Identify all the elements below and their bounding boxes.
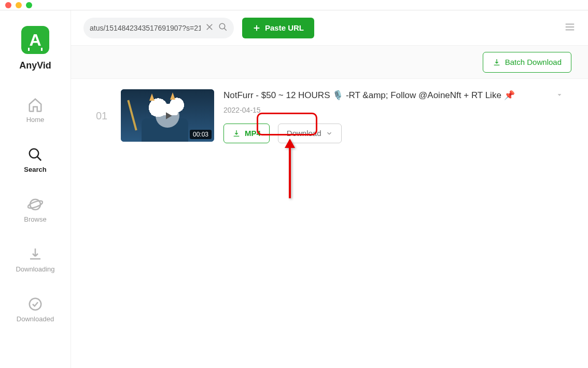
video-thumbnail[interactable]: 00:03 (121, 89, 214, 142)
subbar: Batch Download (71, 46, 588, 79)
svg-point-7 (219, 23, 225, 29)
svg-line-8 (224, 28, 227, 31)
check-circle-icon (27, 296, 43, 312)
play-icon (156, 104, 179, 128)
search-box (83, 18, 234, 38)
results-area: 01 00:03 NotFurr - $50 ~ 12 HOURS 🎙️ -RT… (71, 79, 588, 368)
sidebar-item-label: Browse (24, 215, 46, 223)
sidebar-item-browse[interactable]: Browse (24, 197, 46, 223)
clear-icon[interactable] (205, 22, 214, 34)
window-chrome (0, 0, 588, 10)
download-label: Download (287, 129, 321, 138)
close-window-button[interactable] (5, 2, 11, 8)
planet-icon (27, 197, 43, 212)
minimize-window-button[interactable] (16, 2, 22, 8)
search-input[interactable] (90, 24, 201, 32)
result-row: 01 00:03 NotFurr - $50 ~ 12 HOURS 🎙️ -RT… (96, 89, 563, 143)
sidebar-item-home[interactable]: Home (26, 97, 45, 124)
svg-point-0 (30, 149, 39, 158)
search-submit-icon[interactable] (218, 22, 228, 34)
download-dropdown-button[interactable]: Download (278, 124, 342, 143)
chevron-down-icon (326, 130, 333, 137)
collapse-toggle[interactable] (556, 91, 563, 101)
toolbar: Paste URL (71, 10, 588, 46)
batch-download-button[interactable]: Batch Download (483, 52, 571, 73)
paste-url-label: Paste URL (265, 23, 304, 32)
annotation-arrow (283, 139, 297, 203)
app-name: AnyVid (19, 60, 51, 71)
svg-line-1 (37, 157, 41, 161)
app-logo-icon: A (21, 26, 49, 54)
sidebar-item-label: Downloaded (17, 315, 54, 323)
sidebar: A AnyVid Home Search Browse (0, 10, 71, 368)
search-icon (27, 147, 43, 162)
mp4-label: MP4 (245, 129, 261, 138)
download-icon (232, 129, 241, 138)
batch-download-label: Batch Download (505, 58, 562, 66)
duration-badge: 00:03 (190, 130, 212, 139)
maximize-window-button[interactable] (26, 2, 32, 8)
hamburger-icon (564, 21, 576, 33)
svg-point-3 (27, 199, 43, 210)
result-meta: NotFurr - $50 ~ 12 HOURS 🎙️ -RT &amp; Fo… (223, 89, 563, 143)
mp4-download-button[interactable]: MP4 (223, 124, 270, 143)
main-area: Paste URL Batch Download 01 (71, 10, 588, 368)
result-index: 01 (96, 110, 111, 122)
sidebar-item-search[interactable]: Search (24, 147, 46, 173)
app-logo-block: A AnyVid (19, 26, 51, 71)
downloading-icon (27, 247, 43, 262)
result-date: 2022-04-15 (223, 106, 563, 114)
home-icon (27, 97, 43, 113)
sidebar-item-label: Home (26, 116, 45, 124)
svg-point-4 (30, 298, 41, 310)
menu-button[interactable] (564, 21, 576, 35)
plus-icon (253, 24, 261, 32)
paste-url-button[interactable]: Paste URL (242, 18, 314, 38)
sidebar-item-label: Search (24, 166, 46, 173)
result-actions: MP4 Download (223, 124, 563, 143)
sidebar-item-label: Downloading (16, 265, 54, 273)
sidebar-item-downloaded[interactable]: Downloaded (17, 296, 54, 323)
download-icon (493, 58, 501, 66)
sidebar-item-downloading[interactable]: Downloading (16, 247, 54, 273)
result-title: NotFurr - $50 ~ 12 HOURS 🎙️ -RT &amp; Fo… (223, 89, 563, 102)
